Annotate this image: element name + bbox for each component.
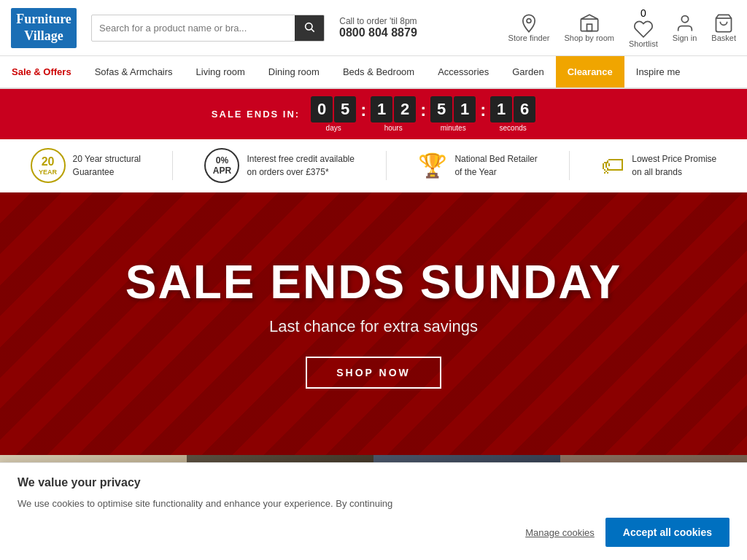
basket-icon-wrap[interactable]: Basket (711, 13, 736, 42)
cookie-title: We value your privacy (18, 476, 729, 489)
nav-clearance[interactable]: Clearance (556, 56, 624, 88)
credit-badge: 0% APR (204, 148, 239, 183)
countdown-days: 0 5 days (311, 96, 356, 132)
price-tag-icon: 🏷 (601, 152, 624, 179)
credit-text-1: Interest free credit available (247, 152, 354, 166)
countdown-sep-3: : (480, 100, 486, 120)
guarantee-badge: 20 YEAR (31, 148, 66, 183)
nav-accessories[interactable]: Accessories (426, 56, 500, 88)
hero-banner: SALE ENDS SUNDAY Last chance for extra s… (0, 192, 747, 455)
svg-line-1 (311, 29, 314, 32)
retailer-text-2: of the Year (454, 166, 537, 179)
days-digit-2: 5 (334, 96, 356, 122)
hero-content: SALE ENDS SUNDAY Last chance for extra s… (125, 259, 622, 389)
hours-digit-2: 2 (394, 96, 416, 122)
nav-dining[interactable]: Dining room (257, 56, 331, 88)
basket-label: Basket (711, 34, 736, 42)
logo[interactable]: Furniture Village (11, 8, 77, 48)
svg-point-0 (306, 23, 312, 29)
shortlist-badge: 0 (640, 7, 646, 19)
trust-divider-3 (569, 151, 570, 180)
hours-digit-1: 1 (371, 96, 392, 122)
countdown-timer: 0 5 days : 1 2 hours : 5 1 minutes : 1 6 (311, 96, 535, 132)
nav-sofas[interactable]: Sofas & Armchairs (83, 56, 185, 88)
price-text-1: Lowest Price Promise (632, 152, 716, 166)
svg-rect-4 (587, 24, 592, 31)
nav-inspire[interactable]: Inspire me (624, 56, 692, 88)
nav-icons: Store finder Shop by room 0 Shortlist Si… (508, 7, 736, 48)
guarantee-number: 20 (39, 155, 57, 168)
trust-credit: 0% APR Interest free credit available on… (204, 148, 354, 183)
minutes-label: minutes (441, 124, 466, 132)
search-icon (303, 21, 315, 33)
days-label: days (326, 124, 341, 132)
trust-bar: 20 YEAR 20 Year structural Guarantee 0% … (0, 139, 747, 192)
shortlist-icon-wrap[interactable]: 0 Shortlist (629, 7, 658, 48)
main-nav: Sale & Offers Sofas & Armchairs Living r… (0, 56, 747, 89)
trust-divider-2 (386, 151, 387, 180)
credit-badge-text: 0% APR (206, 155, 238, 176)
accept-cookies-button[interactable]: Accept all cookies (605, 518, 729, 542)
days-digit-1: 0 (311, 96, 333, 122)
trust-price: 🏷 Lowest Price Promise on all brands (601, 152, 716, 179)
shortlist-label: Shortlist (629, 39, 658, 48)
countdown-minutes: 5 1 minutes (430, 96, 476, 132)
sale-countdown-bar: SALE ENDS IN: 0 5 days : 1 2 hours : 5 1… (0, 89, 747, 139)
logo-line1: Furniture (16, 11, 71, 28)
hero-title: SALE ENDS SUNDAY (125, 259, 622, 306)
minutes-digit-2: 1 (454, 96, 476, 122)
manage-cookies-button[interactable]: Manage cookies (525, 527, 595, 538)
guarantee-year: YEAR (39, 168, 57, 176)
shop-by-room-icon (579, 13, 600, 34)
search-input[interactable] (92, 17, 295, 39)
shop-by-room-icon-wrap[interactable]: Shop by room (564, 13, 614, 42)
seconds-label: seconds (500, 124, 527, 132)
hero-shop-now-button[interactable]: SHOP NOW (306, 357, 441, 389)
sign-in-icon-wrap[interactable]: Sign in (673, 13, 697, 42)
minutes-digit-1: 5 (430, 96, 452, 122)
guarantee-text-1: 20 Year structural (73, 152, 141, 166)
search-button[interactable] (295, 15, 324, 41)
phone-number: 0800 804 8879 (339, 26, 417, 39)
nav-beds[interactable]: Beds & Bedroom (331, 56, 426, 88)
svg-point-5 (681, 16, 688, 23)
phone-info: Call to order 'til 8pm 0800 804 8879 (339, 16, 417, 39)
hours-label: hours (384, 124, 403, 132)
price-text-2: on all brands (632, 166, 716, 179)
trust-guarantee: 20 YEAR 20 Year structural Guarantee (31, 148, 141, 183)
seconds-digit-1: 1 (490, 96, 512, 122)
shortlist-heart-icon (633, 19, 654, 39)
store-finder-icon (519, 13, 539, 34)
countdown-sep-1: : (360, 100, 366, 120)
cookie-text: We use cookies to optimise site function… (18, 497, 729, 511)
nav-garden[interactable]: Garden (500, 56, 555, 88)
retailer-text-1: National Bed Retailer (454, 152, 537, 166)
sign-in-icon (675, 13, 695, 34)
trust-retailer: 🏆 National Bed Retailer of the Year (418, 152, 537, 179)
nav-sale[interactable]: Sale & Offers (0, 56, 83, 88)
sale-ends-label: SALE ENDS IN: (212, 109, 300, 120)
logo-line2: Village (16, 28, 71, 44)
guarantee-text-2: Guarantee (73, 166, 141, 179)
countdown-hours: 1 2 hours (371, 96, 416, 132)
credit-text-2: on orders over £375* (247, 166, 354, 179)
store-finder-label: Store finder (508, 34, 550, 42)
trust-divider-1 (172, 151, 173, 180)
svg-point-2 (527, 19, 531, 23)
shop-by-room-label: Shop by room (564, 34, 614, 42)
hero-subtitle: Last chance for extra savings (125, 317, 622, 336)
sign-in-label: Sign in (673, 34, 697, 42)
countdown-sep-2: : (420, 100, 426, 120)
svg-rect-3 (581, 19, 597, 31)
store-finder-icon-wrap[interactable]: Store finder (508, 13, 550, 42)
countdown-seconds: 1 6 seconds (490, 96, 535, 132)
site-header: Furniture Village Call to order 'til 8pm… (0, 0, 747, 56)
call-text: Call to order 'til 8pm (339, 16, 417, 26)
seconds-digit-2: 6 (514, 96, 535, 122)
basket-icon (713, 13, 734, 34)
search-bar (91, 15, 325, 42)
cookie-banner: We value your privacy We use cookies to … (0, 462, 747, 543)
cookie-actions: Manage cookies Accept all cookies (18, 518, 729, 542)
nav-living[interactable]: Living room (185, 56, 257, 88)
retailer-trophy-icon: 🏆 (418, 152, 447, 179)
